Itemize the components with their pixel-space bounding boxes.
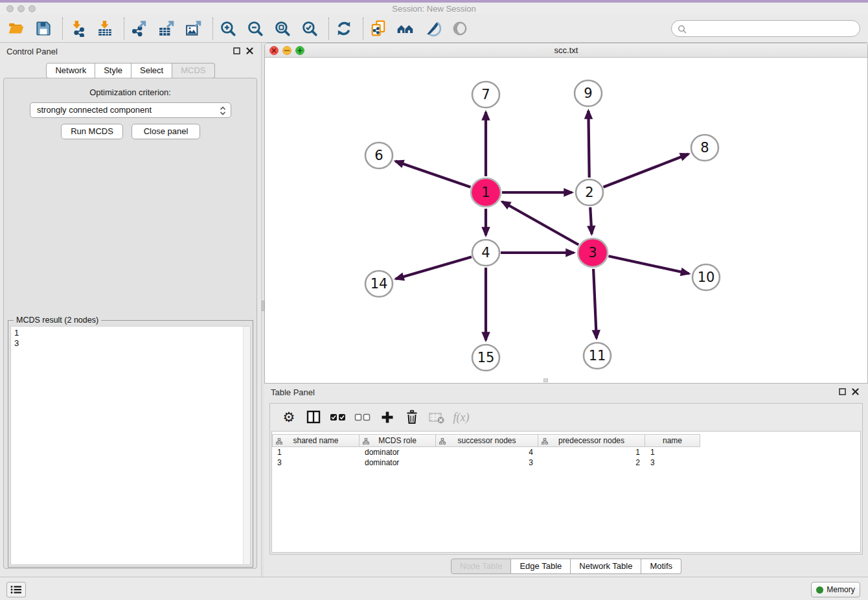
- network-graph[interactable]: 7968124314101511: [265, 58, 867, 383]
- graph-edge-2-9[interactable]: [588, 111, 589, 178]
- zoom-fit-button[interactable]: [273, 18, 292, 39]
- float-panel-icon[interactable]: [233, 47, 240, 54]
- function-builder-button[interactable]: f(x): [451, 408, 471, 427]
- result-line: 3: [11, 338, 250, 349]
- close-panel-icon[interactable]: [246, 47, 253, 54]
- plus-icon: [380, 410, 395, 425]
- graph-node-10[interactable]: 10: [692, 264, 720, 290]
- graph-node-15[interactable]: 15: [472, 345, 499, 371]
- export-image-button[interactable]: [184, 18, 203, 39]
- table-settings-button[interactable]: ⚙: [279, 408, 299, 427]
- graph-edge-3-10[interactable]: [608, 256, 689, 273]
- search-field[interactable]: [671, 20, 860, 37]
- graph-edge-2-8[interactable]: [603, 154, 688, 187]
- table-row[interactable]: 1 dominator 4 1 1: [272, 447, 700, 457]
- search-icon: [678, 25, 687, 34]
- close-panel-icon[interactable]: [852, 388, 859, 395]
- unchecked-boxes-icon: [354, 413, 371, 422]
- tab-network-table[interactable]: Network Table: [571, 559, 641, 574]
- column-header-predecessor-nodes[interactable]: predecessor nodes: [538, 434, 645, 447]
- table-toolbar: ⚙: [270, 404, 862, 431]
- column-header-shared-name[interactable]: shared name: [272, 434, 360, 447]
- table-row[interactable]: 3 dominator 3 2 3: [272, 457, 700, 468]
- zoom-in-icon: [220, 20, 236, 37]
- memory-label: Memory: [827, 585, 854, 594]
- status-bar: Memory: [0, 577, 868, 600]
- criterion-dropdown[interactable]: strongly connected component: [30, 102, 231, 118]
- import-network-button[interactable]: [68, 18, 87, 39]
- table-container: ⚙: [269, 403, 863, 555]
- open-session-button[interactable]: [6, 18, 26, 39]
- tab-network[interactable]: Network: [46, 63, 95, 78]
- graph-edge-2-3[interactable]: [590, 207, 591, 234]
- graph-node-2[interactable]: 2: [576, 179, 603, 205]
- run-mcds-button[interactable]: Run MCDS: [61, 124, 123, 139]
- column-type-icon: [439, 438, 446, 444]
- mcds-result-textarea[interactable]: 1 3: [10, 326, 251, 565]
- unselect-all-columns-button[interactable]: [353, 408, 372, 427]
- apply-layout-button[interactable]: [334, 18, 354, 39]
- search-input[interactable]: [690, 22, 854, 35]
- main-toolbar: [0, 14, 868, 43]
- float-panel-icon[interactable]: [839, 388, 846, 395]
- show-graphics-details-button[interactable]: [423, 18, 442, 39]
- delete-columns-button[interactable]: [402, 408, 422, 427]
- column-header-name[interactable]: name: [645, 434, 700, 447]
- graph-node-1[interactable]: 1: [471, 178, 501, 207]
- tab-node-table[interactable]: Node Table: [451, 559, 512, 574]
- close-panel-button[interactable]: Close panel: [131, 124, 200, 139]
- delete-table-button[interactable]: [427, 408, 446, 427]
- graph-node-9[interactable]: 9: [575, 80, 602, 106]
- graph-edge-4-14[interactable]: [396, 257, 472, 279]
- select-all-columns-button[interactable]: [328, 408, 348, 427]
- graph-node-3[interactable]: 3: [578, 238, 608, 267]
- tab-mcds[interactable]: MCDS: [172, 63, 214, 78]
- graph-edge-3-1[interactable]: [502, 202, 578, 244]
- tab-edge-table[interactable]: Edge Table: [511, 559, 571, 574]
- control-panel-title: Control Panel: [6, 47, 58, 56]
- zoom-out-button[interactable]: [246, 18, 265, 39]
- network-title: scc.txt: [265, 45, 867, 55]
- dropdown-stepper-icon: [220, 106, 226, 116]
- graph-node-4[interactable]: 4: [472, 240, 499, 266]
- zoom-selected-button[interactable]: [300, 18, 319, 39]
- add-column-button[interactable]: [378, 408, 397, 427]
- export-network-button[interactable]: [130, 18, 149, 39]
- export-network-icon: [131, 20, 148, 37]
- table-header-row: shared name MCDS role successor nodes pr…: [272, 434, 700, 447]
- graph-node-14[interactable]: 14: [365, 271, 393, 297]
- svg-text:11: 11: [589, 348, 606, 363]
- houses-icon: [396, 20, 415, 37]
- graph-node-8[interactable]: 8: [691, 135, 718, 161]
- zoom-in-button[interactable]: [218, 18, 238, 39]
- log-console-button[interactable]: [6, 582, 26, 597]
- toggle-visibility-button[interactable]: [450, 18, 470, 39]
- export-image-icon: [185, 20, 202, 37]
- tab-style[interactable]: Style: [95, 63, 131, 78]
- first-neighbors-button[interactable]: [396, 18, 415, 39]
- save-session-button[interactable]: [34, 18, 53, 39]
- column-header-successor-nodes[interactable]: successor nodes: [436, 434, 538, 447]
- result-scrollbar[interactable]: [243, 327, 250, 564]
- control-panel-tabs: Network Style Select MCDS: [0, 63, 261, 78]
- network-canvas[interactable]: 7968124314101511: [265, 58, 867, 383]
- split-panel-button[interactable]: [304, 408, 323, 427]
- toolbar-separator: [62, 17, 63, 40]
- canvas-grip[interactable]: [543, 378, 548, 382]
- export-table-button[interactable]: [157, 18, 176, 39]
- graph-node-11[interactable]: 11: [584, 343, 611, 369]
- toolbar-separator: [124, 17, 124, 40]
- graph-node-6[interactable]: 6: [365, 143, 393, 168]
- tab-motifs[interactable]: Motifs: [641, 559, 681, 574]
- graph-edge-3-11[interactable]: [593, 269, 597, 338]
- column-header-mcds-role[interactable]: MCDS role: [360, 434, 436, 447]
- graph-edge-1-6[interactable]: [396, 161, 471, 187]
- import-table-button[interactable]: [95, 18, 115, 39]
- tab-select[interactable]: Select: [131, 63, 172, 78]
- graph-node-7[interactable]: 7: [472, 82, 499, 108]
- network-window-titlebar[interactable]: scc.txt: [265, 43, 867, 58]
- clone-network-button[interactable]: [369, 18, 388, 39]
- memory-button[interactable]: Memory: [811, 582, 860, 597]
- open-folder-icon: [8, 20, 25, 37]
- column-type-icon: [276, 438, 282, 444]
